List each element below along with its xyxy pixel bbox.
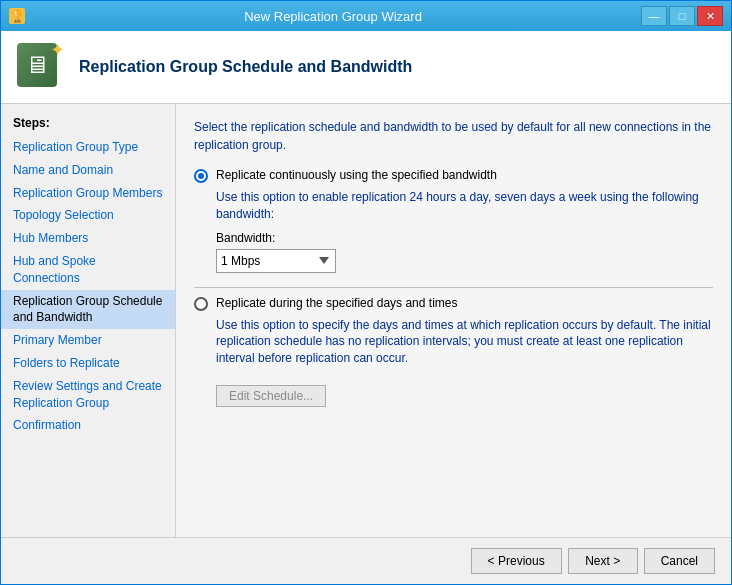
sidebar-item-schedule[interactable]: Replication Group Schedule and Bandwidth [1, 290, 175, 330]
radio-dot [198, 173, 204, 179]
wizard-header-icon: 🖥 ✦ [17, 43, 65, 91]
sidebar-item-primary[interactable]: Primary Member [1, 329, 175, 352]
sidebar-item-hub[interactable]: Hub Members [1, 227, 175, 250]
edit-schedule-button[interactable]: Edit Schedule... [216, 385, 326, 407]
option2-row[interactable]: Replicate during the specified days and … [194, 296, 713, 311]
steps-label: Steps: [1, 112, 175, 136]
minimize-button[interactable]: — [641, 6, 667, 26]
maximize-button[interactable]: □ [669, 6, 695, 26]
option2-label: Replicate during the specified days and … [216, 296, 457, 310]
title-bar: 🏆 New Replication Group Wizard — □ ✕ [1, 1, 731, 31]
title-bar-icon: 🏆 [9, 8, 25, 24]
sidebar-item-name[interactable]: Name and Domain [1, 159, 175, 182]
option1-row[interactable]: Replicate continuously using the specifi… [194, 168, 713, 183]
close-button[interactable]: ✕ [697, 6, 723, 26]
window-title: New Replication Group Wizard [25, 9, 641, 24]
sidebar-item-members[interactable]: Replication Group Members [1, 182, 175, 205]
main-content: Steps: Replication Group Type Name and D… [1, 104, 731, 537]
sidebar-item-topology[interactable]: Topology Selection [1, 204, 175, 227]
option2-radio[interactable] [194, 297, 208, 311]
option2-description: Use this option to specify the days and … [216, 317, 713, 367]
previous-button[interactable]: < Previous [471, 548, 562, 574]
bandwidth-select-wrapper: Full 256 Kbps 512 Kbps 1 Mbps 2 Mbps 4 M… [216, 249, 336, 273]
wizard-footer: < Previous Next > Cancel [1, 537, 731, 584]
sidebar: Steps: Replication Group Type Name and D… [1, 104, 176, 537]
bandwidth-section: Bandwidth: Full 256 Kbps 512 Kbps 1 Mbps… [216, 231, 713, 273]
next-button[interactable]: Next > [568, 548, 638, 574]
bandwidth-label: Bandwidth: [216, 231, 713, 245]
sidebar-item-spoke[interactable]: Hub and Spoke Connections [1, 250, 175, 290]
bandwidth-select[interactable]: Full 256 Kbps 512 Kbps 1 Mbps 2 Mbps 4 M… [216, 249, 336, 273]
wizard-header: 🖥 ✦ Replication Group Schedule and Bandw… [1, 31, 731, 104]
option1-label: Replicate continuously using the specifi… [216, 168, 497, 182]
sidebar-item-folders[interactable]: Folders to Replicate [1, 352, 175, 375]
page-title: Replication Group Schedule and Bandwidth [79, 58, 412, 76]
option1-radio[interactable] [194, 169, 208, 183]
content-panel: Select the replication schedule and band… [176, 104, 731, 537]
divider [194, 287, 713, 288]
option1-description: Use this option to enable replication 24… [216, 189, 713, 223]
title-bar-buttons: — □ ✕ [641, 6, 723, 26]
wizard-window: 🏆 New Replication Group Wizard — □ ✕ 🖥 ✦… [0, 0, 732, 585]
description-text: Select the replication schedule and band… [194, 118, 713, 154]
sidebar-item-confirmation[interactable]: Confirmation [1, 414, 175, 437]
sidebar-item-type[interactable]: Replication Group Type [1, 136, 175, 159]
cancel-button[interactable]: Cancel [644, 548, 715, 574]
sidebar-item-review[interactable]: Review Settings and Create Replication G… [1, 375, 175, 415]
